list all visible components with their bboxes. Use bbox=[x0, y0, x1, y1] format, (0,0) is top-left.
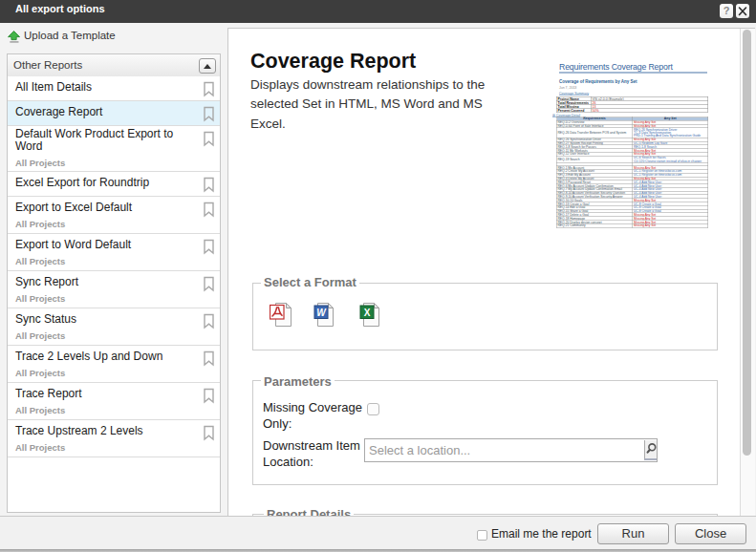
svg-text:W: W bbox=[316, 308, 327, 318]
svg-text:X: X bbox=[364, 308, 371, 318]
